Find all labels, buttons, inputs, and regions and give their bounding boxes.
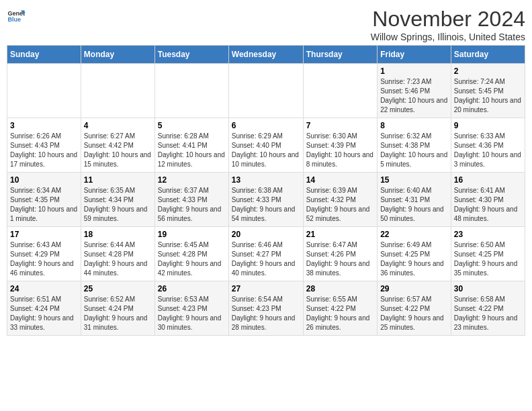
calendar-week-row: 17Sunrise: 6:43 AM Sunset: 4:29 PM Dayli…	[7, 227, 525, 281]
day-info: Sunrise: 6:57 AM Sunset: 4:22 PM Dayligh…	[380, 295, 448, 332]
day-info: Sunrise: 6:58 AM Sunset: 4:22 PM Dayligh…	[454, 295, 522, 332]
calendar-cell: 20Sunrise: 6:46 AM Sunset: 4:27 PM Dayli…	[228, 227, 303, 281]
calendar-table: SundayMondayTuesdayWednesdayThursdayFrid…	[7, 45, 525, 336]
calendar-cell: 12Sunrise: 6:37 AM Sunset: 4:33 PM Dayli…	[154, 173, 228, 227]
day-number: 5	[158, 121, 226, 130]
day-number: 2	[454, 66, 522, 76]
day-number: 28	[306, 284, 374, 293]
day-number: 1	[380, 66, 448, 76]
day-info: Sunrise: 6:45 AM Sunset: 4:28 PM Dayligh…	[158, 240, 226, 278]
calendar-cell: 21Sunrise: 6:47 AM Sunset: 4:26 PM Dayli…	[303, 227, 377, 281]
calendar-cell	[7, 64, 81, 118]
calendar-cell: 27Sunrise: 6:54 AM Sunset: 4:23 PM Dayli…	[228, 281, 303, 336]
svg-text:Blue: Blue	[7, 16, 21, 23]
day-number: 19	[158, 230, 226, 239]
day-of-week-header: Thursday	[303, 46, 377, 64]
calendar-cell: 7Sunrise: 6:30 AM Sunset: 4:39 PM Daylig…	[303, 118, 377, 173]
day-info: Sunrise: 6:30 AM Sunset: 4:39 PM Dayligh…	[306, 132, 374, 169]
day-number: 11	[84, 175, 152, 185]
day-of-week-header: Monday	[81, 46, 154, 64]
calendar-cell: 2Sunrise: 7:24 AM Sunset: 5:45 PM Daylig…	[451, 64, 525, 118]
day-info: Sunrise: 6:33 AM Sunset: 4:36 PM Dayligh…	[454, 132, 522, 169]
day-number: 27	[232, 284, 300, 293]
day-info: Sunrise: 6:52 AM Sunset: 4:24 PM Dayligh…	[84, 295, 152, 332]
day-of-week-header: Tuesday	[154, 46, 228, 64]
calendar-cell: 24Sunrise: 6:51 AM Sunset: 4:24 PM Dayli…	[7, 281, 81, 336]
day-number: 7	[306, 121, 374, 130]
day-number: 30	[454, 284, 522, 293]
month-title: November 2024	[371, 7, 525, 32]
calendar-cell: 14Sunrise: 6:39 AM Sunset: 4:32 PM Dayli…	[303, 173, 377, 227]
day-info: Sunrise: 6:50 AM Sunset: 4:25 PM Dayligh…	[454, 240, 522, 278]
calendar-cell: 16Sunrise: 6:41 AM Sunset: 4:30 PM Dayli…	[451, 173, 525, 227]
calendar-cell: 18Sunrise: 6:44 AM Sunset: 4:28 PM Dayli…	[81, 227, 154, 281]
calendar-cell	[228, 64, 303, 118]
day-number: 3	[10, 121, 78, 130]
day-number: 14	[306, 175, 374, 185]
day-info: Sunrise: 6:41 AM Sunset: 4:30 PM Dayligh…	[454, 186, 522, 224]
calendar-cell: 25Sunrise: 6:52 AM Sunset: 4:24 PM Dayli…	[81, 281, 154, 336]
day-number: 15	[380, 175, 448, 185]
calendar-cell	[81, 64, 154, 118]
calendar-cell: 15Sunrise: 6:40 AM Sunset: 4:31 PM Dayli…	[378, 173, 451, 227]
day-info: Sunrise: 6:27 AM Sunset: 4:42 PM Dayligh…	[84, 132, 152, 169]
day-info: Sunrise: 6:38 AM Sunset: 4:33 PM Dayligh…	[232, 186, 300, 224]
calendar-cell: 8Sunrise: 6:32 AM Sunset: 4:38 PM Daylig…	[378, 118, 451, 173]
day-info: Sunrise: 6:55 AM Sunset: 4:22 PM Dayligh…	[306, 295, 374, 332]
day-info: Sunrise: 6:39 AM Sunset: 4:32 PM Dayligh…	[306, 186, 374, 224]
calendar-cell: 1Sunrise: 7:23 AM Sunset: 5:46 PM Daylig…	[378, 64, 451, 118]
day-info: Sunrise: 6:35 AM Sunset: 4:34 PM Dayligh…	[84, 186, 152, 224]
day-info: Sunrise: 7:24 AM Sunset: 5:45 PM Dayligh…	[454, 77, 522, 115]
day-number: 16	[454, 175, 522, 185]
days-header-row: SundayMondayTuesdayWednesdayThursdayFrid…	[7, 46, 525, 64]
calendar-cell: 28Sunrise: 6:55 AM Sunset: 4:22 PM Dayli…	[303, 281, 377, 336]
calendar-cell: 9Sunrise: 6:33 AM Sunset: 4:36 PM Daylig…	[451, 118, 525, 173]
day-number: 25	[84, 284, 152, 293]
day-number: 10	[10, 175, 78, 185]
day-info: Sunrise: 6:49 AM Sunset: 4:25 PM Dayligh…	[380, 240, 448, 278]
calendar-cell: 4Sunrise: 6:27 AM Sunset: 4:42 PM Daylig…	[81, 118, 154, 173]
day-of-week-header: Saturday	[451, 46, 525, 64]
day-info: Sunrise: 7:23 AM Sunset: 5:46 PM Dayligh…	[380, 77, 448, 115]
calendar-week-row: 1Sunrise: 7:23 AM Sunset: 5:46 PM Daylig…	[7, 64, 525, 118]
day-number: 8	[380, 121, 448, 130]
calendar-week-row: 10Sunrise: 6:34 AM Sunset: 4:35 PM Dayli…	[7, 173, 525, 227]
day-of-week-header: Friday	[378, 46, 451, 64]
calendar-cell: 26Sunrise: 6:53 AM Sunset: 4:23 PM Dayli…	[154, 281, 228, 336]
calendar-cell: 6Sunrise: 6:29 AM Sunset: 4:40 PM Daylig…	[228, 118, 303, 173]
day-number: 6	[232, 121, 300, 130]
day-number: 17	[10, 230, 78, 239]
day-info: Sunrise: 6:37 AM Sunset: 4:33 PM Dayligh…	[158, 186, 226, 224]
calendar-cell	[154, 64, 228, 118]
day-of-week-header: Wednesday	[228, 46, 303, 64]
day-number: 21	[306, 230, 374, 239]
day-info: Sunrise: 6:29 AM Sunset: 4:40 PM Dayligh…	[232, 132, 300, 169]
day-of-week-header: Sunday	[7, 46, 81, 64]
day-number: 9	[454, 121, 522, 130]
page-header: General Blue November 2024 Willow Spring…	[7, 7, 525, 42]
calendar-cell	[303, 64, 377, 118]
day-info: Sunrise: 6:47 AM Sunset: 4:26 PM Dayligh…	[306, 240, 374, 278]
day-number: 22	[380, 230, 448, 239]
calendar-cell: 19Sunrise: 6:45 AM Sunset: 4:28 PM Dayli…	[154, 227, 228, 281]
calendar-cell: 11Sunrise: 6:35 AM Sunset: 4:34 PM Dayli…	[81, 173, 154, 227]
day-info: Sunrise: 6:26 AM Sunset: 4:43 PM Dayligh…	[10, 132, 78, 169]
calendar-cell: 5Sunrise: 6:28 AM Sunset: 4:41 PM Daylig…	[154, 118, 228, 173]
title-block: November 2024 Willow Springs, Illinois, …	[371, 7, 525, 42]
calendar-cell: 17Sunrise: 6:43 AM Sunset: 4:29 PM Dayli…	[7, 227, 81, 281]
calendar-cell: 10Sunrise: 6:34 AM Sunset: 4:35 PM Dayli…	[7, 173, 81, 227]
day-number: 23	[454, 230, 522, 239]
calendar-cell: 30Sunrise: 6:58 AM Sunset: 4:22 PM Dayli…	[451, 281, 525, 336]
logo: General Blue	[7, 7, 26, 26]
day-info: Sunrise: 6:46 AM Sunset: 4:27 PM Dayligh…	[232, 240, 300, 278]
day-number: 4	[84, 121, 152, 130]
day-number: 24	[10, 284, 78, 293]
day-number: 18	[84, 230, 152, 239]
day-info: Sunrise: 6:40 AM Sunset: 4:31 PM Dayligh…	[380, 186, 448, 224]
day-number: 13	[232, 175, 300, 185]
day-info: Sunrise: 6:32 AM Sunset: 4:38 PM Dayligh…	[380, 132, 448, 169]
calendar-cell: 29Sunrise: 6:57 AM Sunset: 4:22 PM Dayli…	[378, 281, 451, 336]
day-info: Sunrise: 6:43 AM Sunset: 4:29 PM Dayligh…	[10, 240, 78, 278]
day-info: Sunrise: 6:44 AM Sunset: 4:28 PM Dayligh…	[84, 240, 152, 278]
day-number: 12	[158, 175, 226, 185]
